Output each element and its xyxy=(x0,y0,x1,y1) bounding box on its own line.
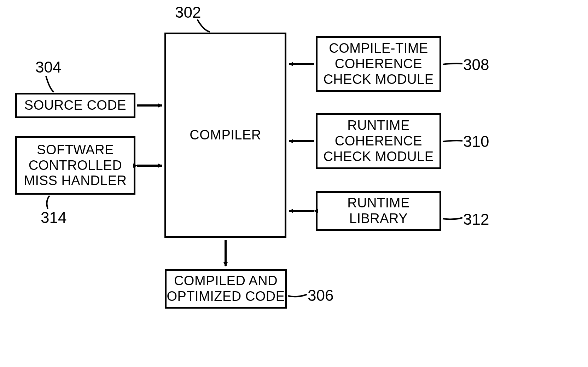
leader-314 xyxy=(47,196,50,209)
compiled-optimized-label: COMPILED AND OPTIMIZED CODE xyxy=(167,273,285,304)
compile-time-module-label: COMPILE-TIME COHERENCE CHECK MODULE xyxy=(323,41,433,87)
runtime-module-box: RUNTIME COHERENCE CHECK MODULE xyxy=(316,113,441,169)
runtime-module-label: RUNTIME COHERENCE CHECK MODULE xyxy=(323,118,433,164)
compile-time-module-box: COMPILE-TIME COHERENCE CHECK MODULE xyxy=(316,36,441,92)
leader-308 xyxy=(443,63,462,64)
miss-handler-label: SOFTWARE CONTROLLED MISS HANDLER xyxy=(24,142,127,189)
miss-handler-box: SOFTWARE CONTROLLED MISS HANDLER xyxy=(15,136,135,195)
source-code-box: SOURCE CODE xyxy=(15,93,135,118)
runtime-library-label: RUNTIME LIBRARY xyxy=(347,195,410,226)
leader-304 xyxy=(46,76,54,92)
ref-302: 302 xyxy=(175,4,201,21)
leader-312 xyxy=(443,218,462,219)
source-code-label: SOURCE CODE xyxy=(24,98,126,113)
ref-310: 310 xyxy=(463,133,489,150)
compiler-box: COMPILER xyxy=(164,33,286,238)
leader-306 xyxy=(288,294,307,297)
leader-310 xyxy=(443,141,462,142)
ref-312: 312 xyxy=(463,211,489,228)
ref-308: 308 xyxy=(463,56,489,74)
ref-304: 304 xyxy=(35,58,61,76)
ref-306: 306 xyxy=(308,287,333,304)
compiled-optimized-box: COMPILED AND OPTIMIZED CODE xyxy=(165,269,287,309)
diagram-stage: COMPILER SOURCE CODE SOFTWARE CONTROLLED… xyxy=(0,0,588,367)
ref-314: 314 xyxy=(41,209,66,226)
runtime-library-box: RUNTIME LIBRARY xyxy=(316,191,441,231)
leader-302 xyxy=(197,19,210,32)
compiler-label: COMPILER xyxy=(190,127,261,143)
